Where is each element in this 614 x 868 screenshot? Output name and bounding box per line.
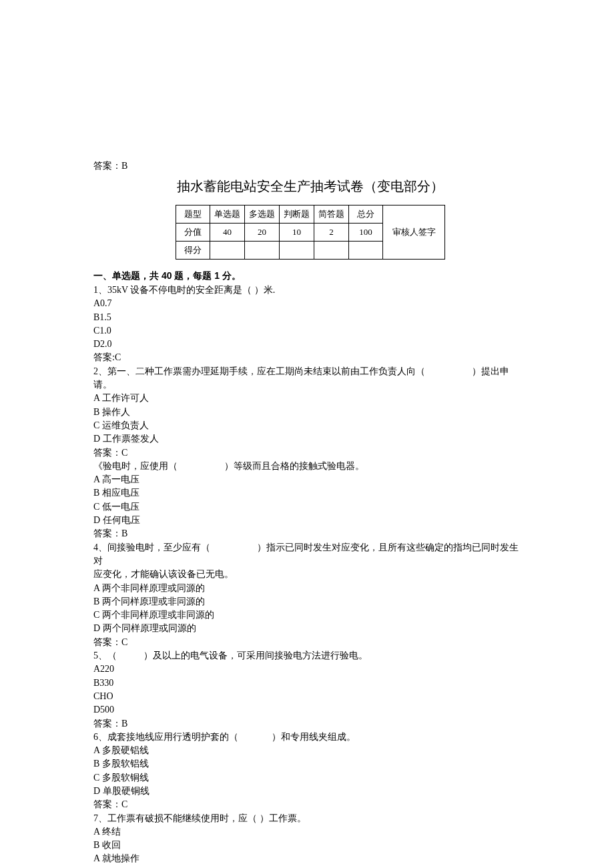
q5-option-a: A220	[93, 663, 527, 676]
q7-option-c: A 就地操作	[93, 852, 527, 865]
q6-option-d: D 单股硬铜线	[93, 785, 527, 798]
q4-stem-pre: 4、间接验电时，至少应有（	[93, 542, 210, 552]
q6-stem: 6、成套接地线应用行透明护套的（）和专用线夹组成。	[93, 731, 527, 744]
q1-option-b: B1.5	[93, 311, 527, 324]
score-table-cell: 100	[349, 224, 383, 242]
q6-answer: 答案：C	[93, 798, 527, 811]
score-table-header-sign: 审核人签字	[383, 205, 445, 260]
q4-option-d: D 两个同样原理或同源的	[93, 622, 527, 635]
q5-option-b: B330	[93, 677, 527, 690]
q3-stem-post: ）等级而且合格的接触式验电器。	[224, 461, 364, 471]
q2-option-a: A 工作许可人	[93, 392, 527, 405]
q6-option-a: A 多股硬铝线	[93, 744, 527, 757]
q4-answer: 答案：C	[93, 636, 527, 649]
score-table-cell	[210, 242, 245, 260]
score-table-cell	[349, 242, 383, 260]
score-table-header: 题型	[176, 205, 210, 224]
q4-option-c: C 两个非同样原理或非同源的	[93, 608, 527, 622]
score-table-cell: 分值	[176, 224, 210, 242]
q1-stem: 1、35kV 设备不停电时的安全距离是（ ）米.	[93, 284, 527, 297]
section-1-header: 一、单选题，共 40 题，每题 1 分。	[93, 270, 527, 282]
q7-stem: 7、工作票有破损不能继续使用时，应（ ）工作票。	[93, 812, 527, 825]
score-table-cell: 20	[245, 224, 280, 242]
score-table-header: 多选题	[245, 205, 280, 224]
q3-option-a: A 高一电压	[93, 473, 527, 486]
q2-stem: 2、第一、二种工作票需办理延期手续，应在工期尚未结束以前由工作负责人向（）提出申…	[93, 365, 527, 392]
q6-stem-pre: 6、成套接地线应用行透明护套的（	[93, 732, 238, 742]
q5-stem: 5、（）及以上的电气设备，可采用间接验电方法进行验电。	[93, 649, 527, 663]
score-table-cell: 40	[210, 224, 245, 242]
q4-stem-line1: 4、间接验电时，至少应有（）指示已同时发生对应变化，且所有这些确定的指均已同时发…	[93, 541, 527, 568]
q3-stem-pre: 《验电时，应使用（	[93, 461, 178, 471]
score-table-cell: 10	[280, 224, 314, 242]
q5-stem-pre: 5、（	[93, 650, 117, 661]
score-table: 题型 单选题 多选题 判断题 简答题 总分 审核人签字 分值 40 20 10 …	[176, 205, 445, 260]
q2-option-d: D 工作票签发人	[93, 432, 527, 446]
score-table-header: 判断题	[280, 205, 314, 224]
score-table-header: 简答题	[314, 205, 349, 224]
q3-stem: 《验电时，应使用（）等级而且合格的接触式验电器。	[93, 460, 527, 473]
score-table-cell	[245, 242, 280, 260]
score-table-cell	[314, 242, 349, 260]
q1-answer: 答案:C	[93, 351, 527, 364]
q2-option-c: C 运维负责人	[93, 419, 527, 432]
score-table-header: 单选题	[210, 205, 245, 224]
q7-option-b: B 收回	[93, 839, 527, 852]
q2-option-b: B 操作人	[93, 406, 527, 419]
q3-option-d: D 任何电压	[93, 514, 527, 527]
exam-title: 抽水蓄能电站安全生产抽考试卷（变电部分）	[93, 177, 527, 195]
q5-stem-post: ）及以上的电气设备，可采用间接验电方法进行验电。	[143, 650, 368, 661]
q5-option-c: CHO	[93, 690, 527, 703]
q6-option-b: B 多股软铝线	[93, 757, 527, 771]
top-answer: 答案：B	[93, 160, 527, 172]
exam-page: 答案：B 抽水蓄能电站安全生产抽考试卷（变电部分） 题型 单选题 多选题 判断题…	[0, 0, 614, 868]
q4-option-a: A 两个非同样原理或同源的	[93, 582, 527, 595]
score-table-cell: 得分	[176, 242, 210, 260]
score-table-header: 总分	[349, 205, 383, 224]
q3-option-c: C 低一电压	[93, 500, 527, 514]
q1-option-c: C1.0	[93, 324, 527, 338]
q1-option-a: A0.7	[93, 297, 527, 310]
q2-answer: 答案：C	[93, 446, 527, 460]
q5-option-d: D500	[93, 703, 527, 717]
score-table-cell	[280, 242, 314, 260]
q7-option-a: A 终结	[93, 825, 527, 839]
q3-answer: 答案：B	[93, 527, 527, 540]
score-table-header-row: 题型 单选题 多选题 判断题 简答题 总分 审核人签字	[176, 205, 445, 224]
q6-stem-post: ）和专用线夹组成。	[272, 732, 356, 742]
q2-stem-pre: 2、第一、二种工作票需办理延期手续，应在工期尚未结束以前由工作负责人向（	[93, 366, 425, 376]
q4-stem-line2: 应变化，才能确认该设备已无电。	[93, 568, 527, 581]
q1-option-d: D2.0	[93, 338, 527, 351]
q6-option-c: C 多股软铜线	[93, 771, 527, 785]
q5-answer: 答案：B	[93, 717, 527, 731]
q4-option-b: B 两个同样原理或非同源的	[93, 595, 527, 608]
q3-option-b: B 相应电压	[93, 486, 527, 500]
score-table-cell: 2	[314, 224, 349, 242]
